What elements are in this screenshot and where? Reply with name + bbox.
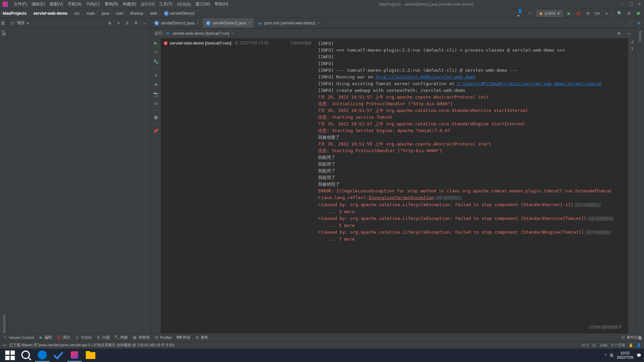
run-icon[interactable]: ▶ — [566, 10, 572, 16]
hide-icon[interactable]: ─ — [141, 20, 148, 26]
maven-label[interactable]: Maven — [638, 31, 642, 42]
breadcrumb-item[interactable]: servlet-web-demo — [33, 11, 67, 16]
breadcrumb-item[interactable]: web — [150, 11, 157, 16]
fold-indicator[interactable]: <3 个内部行> — [575, 203, 601, 207]
notification-icon[interactable]: 👤 — [637, 343, 641, 347]
console-link[interactable]: http://localhost:8080/servlet-web-demo — [376, 74, 475, 79]
menu-run[interactable]: 运行(U) — [139, 1, 157, 7]
notifications-icon[interactable]: 💬 — [637, 353, 641, 358]
coverage-icon[interactable]: ◔ — [585, 10, 591, 16]
soft-wrap-icon[interactable]: ↲ — [631, 40, 634, 44]
scroll-end-icon[interactable]: ⤓ — [631, 46, 634, 51]
close-tab-icon[interactable]: × — [248, 20, 251, 25]
debug-icon[interactable]: 🐞 — [575, 10, 581, 16]
start-button[interactable] — [3, 349, 17, 362]
menu-edit[interactable]: 编辑(E) — [29, 1, 47, 7]
tool-services[interactable]: ◎服务 — [195, 335, 208, 340]
maven-icon[interactable]: m — [637, 20, 643, 26]
editor-tab[interactable]: m pom.xml (servlet-web-demo) × — [254, 18, 324, 28]
editor-tab[interactable]: C servletDemo1.java × — [151, 18, 203, 28]
breadcrumb-item[interactable]: main — [86, 11, 95, 16]
indent-setting[interactable]: 4 个空格 — [611, 343, 625, 348]
build-icon[interactable]: ↖ — [527, 10, 533, 16]
breadcrumb-item[interactable]: itheima — [130, 11, 143, 16]
tray-expand-icon[interactable]: ^ — [605, 353, 606, 357]
tool-todo[interactable]: ≡TODO — [75, 335, 92, 340]
user-icon[interactable]: 👤▾ — [518, 10, 524, 16]
menu-navigate[interactable]: 导航(N) — [65, 1, 84, 7]
menu-code[interactable]: 代码(C) — [84, 1, 102, 7]
console-output[interactable]: [INFO][INFO] <<< tomcat7-maven-plugin:2.… — [315, 38, 628, 333]
breadcrumb-item[interactable]: src — [74, 11, 79, 16]
select-opened-file-icon[interactable]: ⊕ — [106, 20, 113, 26]
breadcrumb-item[interactable]: IdeaProjects — [3, 11, 26, 16]
fold-indicator[interactable]: <4 个内部行> — [435, 196, 462, 200]
todo-app-icon[interactable] — [51, 349, 66, 362]
run-tree-row[interactable]: ! servlet-web-demo [tomcat7:run]: 在 2022… — [164, 40, 312, 46]
fold-indicator[interactable]: <3 个内部行> — [585, 230, 612, 235]
menu-tools[interactable]: 工具(T) — [157, 1, 175, 7]
collapse-all-icon[interactable]: ⇵ — [124, 20, 130, 26]
stop-icon[interactable]: ■ — [603, 10, 609, 16]
menu-window[interactable]: 窗口(W) — [193, 1, 212, 7]
pin-icon[interactable]: 📌 — [153, 128, 159, 134]
tool-terminal[interactable]: ⌨终端 — [177, 335, 190, 340]
gear-icon[interactable]: ⚙ — [132, 20, 139, 26]
tool-debug[interactable]: 🐞调试 — [57, 335, 70, 340]
stop-icon[interactable]: ■ — [153, 72, 159, 79]
chevron-down-icon[interactable]: ▾ — [27, 21, 29, 25]
search-icon[interactable]: 🔍 — [616, 10, 623, 16]
tool-version-control[interactable]: ᛘVersion Control — [3, 335, 34, 340]
screenshot-icon[interactable]: 📷 — [153, 91, 159, 98]
tabs-more-icon[interactable]: ⋮ — [625, 21, 636, 25]
close-window-icon[interactable]: ✕ — [638, 2, 641, 7]
search-button[interactable] — [19, 349, 34, 362]
tool-windows-icon[interactable]: ▭ — [3, 343, 6, 347]
clock[interactable]: 10:52 2022/7/26 — [617, 351, 633, 360]
breadcrumb-item[interactable]: servletDemo2 — [170, 11, 195, 16]
ime-indicator[interactable]: 英 — [610, 353, 613, 358]
menu-help[interactable]: 帮助(H) — [212, 1, 231, 7]
layout-icon[interactable]: ▦ — [153, 114, 159, 121]
rerun-icon[interactable]: ▶ — [153, 40, 159, 46]
menu-vcs[interactable]: VCS(S) — [175, 2, 193, 7]
project-icon[interactable]: ▭ — [1, 28, 7, 35]
export-icon[interactable]: ⇲ — [153, 100, 159, 107]
intellij-icon[interactable] — [67, 349, 82, 362]
tool-run[interactable]: ▶运行 — [39, 335, 52, 340]
rerun-failed-icon[interactable]: ↻ — [153, 49, 159, 56]
close-tab-icon[interactable]: × — [196, 20, 199, 25]
close-run-tab-icon[interactable]: × — [232, 31, 234, 36]
bookmarks-label[interactable]: Bookmarks — [2, 315, 6, 333]
hide-icon[interactable]: ─ — [626, 31, 633, 36]
minimize-icon[interactable]: ─ — [621, 2, 624, 7]
menu-build[interactable]: 构建(B) — [120, 1, 139, 7]
menu-view[interactable]: 视图(V) — [47, 1, 65, 7]
close-tab-icon[interactable]: × — [317, 20, 320, 25]
tool-dependencies[interactable]: ⛓依赖项 — [132, 335, 150, 340]
menu-refactor[interactable]: 重构(R) — [102, 1, 121, 7]
tool-problems[interactable]: ⊘问题 — [96, 335, 110, 340]
settings-icon[interactable]: ⚙ — [626, 10, 632, 16]
editor-tab[interactable]: C servletDemo2.java × — [203, 18, 254, 28]
file-encoding[interactable]: GBK — [600, 343, 608, 347]
line-separator[interactable]: LF — [592, 343, 597, 347]
menu-file[interactable]: 文件(F) — [11, 1, 29, 7]
profiler-icon[interactable]: ◷▾ — [594, 10, 600, 16]
run-config-selector[interactable]: ◆ a.html ▾ — [536, 10, 562, 17]
expand-all-icon[interactable]: ≡ — [115, 20, 122, 26]
jetbrains-icon[interactable]: ⬣ — [635, 10, 641, 16]
maximize-icon[interactable]: ❐ — [629, 2, 633, 7]
fold-indicator[interactable]: <3 个内部行> — [588, 217, 614, 221]
structure-icon[interactable]: ▥ — [1, 20, 7, 26]
wrench-icon[interactable]: 🔧 — [153, 58, 159, 65]
gear-icon[interactable]: ⚙ — [615, 31, 623, 36]
console-link[interactable]: C:\Users\HP\IdeaProjects\servlet-web-dem… — [457, 81, 601, 86]
edge-icon[interactable] — [35, 349, 50, 362]
toggle-view-icon[interactable]: 👁 — [153, 81, 159, 88]
breadcrumb-item[interactable]: java — [102, 11, 109, 16]
event-log-button[interactable]: 🗨事件日志 — [621, 335, 641, 340]
tool-profiler[interactable]: ◷Profiler — [154, 335, 172, 340]
caret-position[interactable]: 47:1 — [582, 343, 589, 347]
lock-icon[interactable]: 🔒 — [629, 343, 633, 347]
